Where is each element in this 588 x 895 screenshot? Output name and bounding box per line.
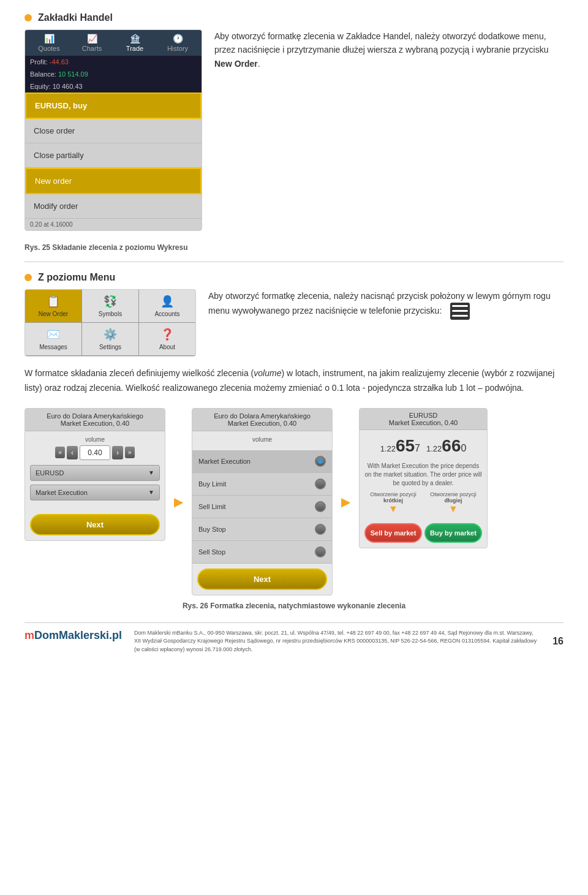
buy-by-market-button[interactable]: Buy by market xyxy=(424,523,482,543)
radio-market-execution[interactable] xyxy=(315,456,326,467)
menu-eurusd-buy[interactable]: EURUSD, buy xyxy=(25,93,202,119)
history-icon: 🕐 xyxy=(173,34,183,43)
phone-mockup-1: 📊 Quotes 📈 Charts 🏦 Trade 🕐 History Prof… xyxy=(24,29,202,231)
form2-volume-label: volume xyxy=(197,436,327,443)
radio-buy-stop[interactable] xyxy=(315,524,326,535)
radio-sell-stop[interactable] xyxy=(315,546,326,557)
phone-top-bar: 📊 Quotes 📈 Charts 🏦 Trade 🕐 History xyxy=(25,30,202,56)
radio-buy-limit[interactable] xyxy=(315,478,326,489)
form3-header: EURUSD Market Execution, 0.40 xyxy=(360,409,487,430)
section1-header: Zakładki Handel xyxy=(24,12,564,23)
radio-sell-limit[interactable] xyxy=(315,501,326,512)
tab-quotes[interactable]: 📊 Quotes xyxy=(28,34,70,52)
equity-row: Equity: 10 460.43 xyxy=(25,80,202,93)
tab-charts[interactable]: 📈 Charts xyxy=(70,34,113,52)
vol-increment-double[interactable]: » xyxy=(125,447,135,458)
vol-increment[interactable]: › xyxy=(112,446,123,459)
order-forms-row: Euro do Dolara Amerykańskiego Market Exe… xyxy=(24,408,564,595)
hamburger-icon xyxy=(452,305,468,317)
symbol-dropdown[interactable]: EURUSD ▼ xyxy=(30,465,160,481)
section2-title: Z poziomu Menu xyxy=(38,272,115,283)
menu-cell-messages[interactable]: ✉️ Messages xyxy=(25,323,81,355)
list-item-market-execution[interactable]: Market Execution xyxy=(192,450,332,473)
arrow-right-1: ▶ xyxy=(174,494,183,509)
dropdown-arrow-icon: ▼ xyxy=(148,469,154,476)
menu-modify-order[interactable]: Modify order xyxy=(25,194,202,219)
dropdown-arrow-2-icon: ▼ xyxy=(148,489,154,496)
profit-row: Profit: -44.63 xyxy=(25,56,202,68)
footer-logo[interactable]: mDomMaklerski.pl xyxy=(24,629,122,642)
caption-1: Rys. 25 Składanie zlecenia z poziomu Wyk… xyxy=(24,243,564,252)
menu-cell-accounts[interactable]: 👤 Accounts xyxy=(139,290,195,322)
sell-by-market-button[interactable]: Sell by market xyxy=(364,523,422,543)
top-section: 📊 Quotes 📈 Charts 🏦 Trade 🕐 History Prof… xyxy=(24,29,564,231)
bullet-dot-1 xyxy=(24,14,32,21)
form2-header: Euro do Dolara Amerykańskiego Market Exe… xyxy=(192,409,332,431)
footer-page-number: 16 xyxy=(552,636,564,647)
form1-body: volume « ‹ 0.40 › » EURUSD ▼ Market Exec… xyxy=(25,431,165,509)
price-display: 1.22 65 7 1.22 66 0 xyxy=(360,430,487,462)
charts-icon: 📈 xyxy=(87,34,97,43)
order-form-3: EURUSD Market Execution, 0.40 1.22 65 7 … xyxy=(359,408,488,548)
execution-dropdown[interactable]: Market Execution ▼ xyxy=(30,485,160,500)
menu-close-order[interactable]: Close order xyxy=(25,119,202,143)
menu-cell-symbols[interactable]: 💱 Symbols xyxy=(82,290,138,322)
form1-footer: Next xyxy=(25,509,165,540)
volume-control: « ‹ 0.40 › » xyxy=(30,445,160,460)
tab-trade[interactable]: 🏦 Trade xyxy=(113,34,156,52)
settings-icon: ⚙️ xyxy=(104,328,117,341)
balance-row: Balance: 10 514.09 xyxy=(25,68,202,80)
phone-footer: 0.20 at 4.16000 xyxy=(25,219,202,230)
next-button-2[interactable]: Next xyxy=(197,568,327,590)
vol-decrement-double[interactable]: « xyxy=(55,447,65,458)
open-short-label: Otworzenie pozycji krótkiej ▼ xyxy=(364,491,422,516)
new-order-icon: 📋 xyxy=(47,295,60,308)
open-long-label: Otworzenie pozycji długiej ▼ xyxy=(424,491,482,516)
order-form-2: Euro do Dolara Amerykańskiego Market Exe… xyxy=(192,408,333,595)
vol-decrement[interactable]: ‹ xyxy=(67,446,78,459)
form1-header: Euro do Dolara Amerykańskiego Market Exe… xyxy=(25,409,165,431)
fig-caption: Rys. 26 Formatka zlecenia, natychmiastow… xyxy=(24,602,564,610)
price-note: With Market Execution the price depends … xyxy=(360,462,487,491)
accounts-icon: 👤 xyxy=(160,295,174,308)
messages-icon: ✉️ xyxy=(47,328,60,341)
menu-phone-mockup: 📋 New Order 💱 Symbols 👤 Accounts ✉️ Mess… xyxy=(24,289,196,357)
list-item-buy-stop[interactable]: Buy Stop xyxy=(192,518,332,541)
menu-new-order[interactable]: New order xyxy=(25,168,202,194)
list-item-sell-stop[interactable]: Sell Stop xyxy=(192,541,332,564)
list-item-sell-limit[interactable]: Sell Limit xyxy=(192,496,332,518)
quotes-icon: 📊 xyxy=(44,34,55,43)
footer-text: Dom Maklerski mBanku S.A., 00-950 Warsza… xyxy=(134,629,540,654)
arrow-right-2: ▶ xyxy=(341,494,350,509)
bullet-dot-2 xyxy=(24,274,32,281)
menu-cell-settings[interactable]: ⚙️ Settings xyxy=(82,323,138,355)
about-icon: ❓ xyxy=(160,328,174,341)
menu-cell-new-order[interactable]: 📋 New Order xyxy=(25,290,81,322)
price-sell-value: 1.22 65 7 xyxy=(380,436,420,456)
section3-text: W formatce składania zleceń definiujemy … xyxy=(24,366,564,396)
page-footer: mDomMaklerski.pl Dom Maklerski mBanku S.… xyxy=(24,622,564,654)
trade-icon: 🏦 xyxy=(130,34,140,43)
tab-history[interactable]: 🕐 History xyxy=(156,34,199,52)
menu-section: 📋 New Order 💱 Symbols 👤 Accounts ✉️ Mess… xyxy=(24,289,564,357)
section1-title: Zakładki Handel xyxy=(38,12,113,23)
form2-footer: Next xyxy=(192,564,332,595)
order-form-1: Euro do Dolara Amerykańskiego Market Exe… xyxy=(24,408,165,541)
list-item-buy-limit[interactable]: Buy Limit xyxy=(192,473,332,496)
menu-cell-about[interactable]: ❓ About xyxy=(139,323,195,355)
symbols-icon: 💱 xyxy=(104,295,117,308)
open-labels: Otworzenie pozycji krótkiej ▼ Otworzenie… xyxy=(360,491,487,518)
next-button-1[interactable]: Next xyxy=(30,514,160,535)
arrow-down-short: ▼ xyxy=(364,504,422,515)
price-buy-value: 1.22 66 0 xyxy=(426,436,466,456)
section2-header: Z poziomu Menu xyxy=(24,272,564,283)
menu-close-partially[interactable]: Close partially xyxy=(25,143,202,168)
section1-text: Aby otworzyć formatkę zlecenia w Zakładc… xyxy=(214,29,564,231)
section2-text: Aby otworzyć formatkę zlecenia, należy n… xyxy=(208,289,564,320)
volume-label: volume xyxy=(30,436,160,443)
menu-grid: 📋 New Order 💱 Symbols 👤 Accounts ✉️ Mess… xyxy=(25,290,195,356)
page-content: Zakładki Handel 📊 Quotes 📈 Charts 🏦 Trad… xyxy=(0,0,588,666)
hamburger-button[interactable] xyxy=(450,303,470,320)
form2-body: volume xyxy=(192,431,332,450)
sell-buy-row: Sell by market Buy by market xyxy=(360,518,487,548)
